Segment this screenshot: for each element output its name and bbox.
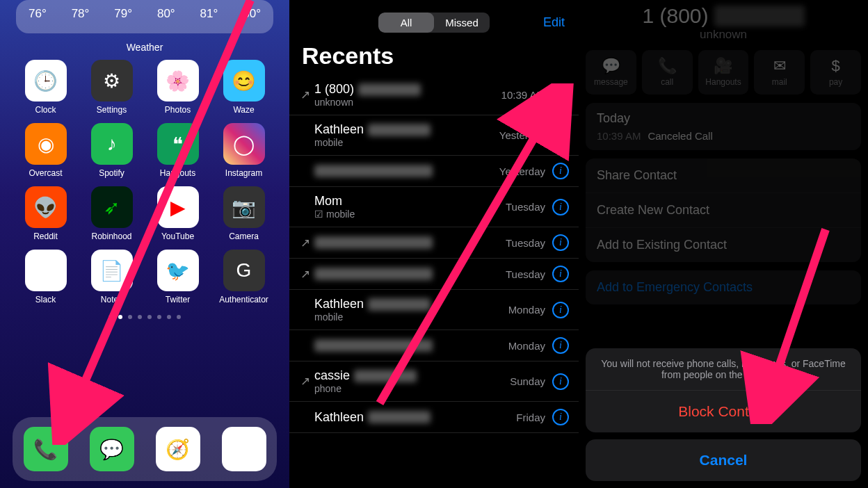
call-name	[314, 236, 506, 249]
action-pay[interactable]: $pay	[810, 50, 861, 95]
info-icon[interactable]: i	[552, 302, 569, 318]
cancel-button[interactable]: Cancel	[586, 439, 861, 481]
app-authenticator[interactable]: GAuthenticator	[211, 250, 277, 304]
tab-missed[interactable]: Missed	[434, 13, 490, 33]
redacted	[368, 411, 431, 423]
weather-temp: 80°	[243, 7, 261, 21]
app-youtube[interactable]: ▶YouTube	[145, 186, 211, 241]
app-clock[interactable]: 🕒Clock	[13, 60, 79, 115]
action-message[interactable]: 💬message	[586, 50, 636, 95]
redacted	[314, 165, 433, 177]
call-row[interactable]: KathleenmobileYesterdayi	[289, 115, 579, 156]
instagram-icon: ◯	[223, 123, 265, 165]
spotify-icon: ♪	[91, 123, 133, 165]
app-label: Instagram	[225, 168, 262, 178]
app-reddit[interactable]: 👽Reddit	[13, 186, 79, 241]
app-overcast[interactable]: ◉Overcast	[13, 123, 79, 178]
app-waze[interactable]: 😊Waze	[211, 60, 277, 115]
call-time: 10:39 AM	[501, 89, 545, 101]
redacted	[358, 83, 421, 96]
share-contact-row[interactable]: Share Contact	[586, 158, 861, 193]
app-hangouts[interactable]: ❝Hangouts	[145, 123, 211, 178]
info-icon[interactable]: i	[552, 163, 569, 179]
segmented-control[interactable]: All Missed	[378, 13, 490, 33]
app-instagram[interactable]: ◯Instagram	[211, 123, 277, 178]
info-icon[interactable]: i	[552, 409, 569, 425]
info-icon[interactable]: i	[552, 199, 569, 215]
redacted	[314, 236, 433, 249]
weather-widget[interactable]: 76°78°79°80°81°80°	[16, 0, 273, 33]
app-settings[interactable]: ⚙Settings	[79, 60, 145, 115]
app-camera[interactable]: 📷Camera	[211, 186, 277, 241]
app-label: Notes	[101, 295, 122, 304]
call-sub: mobile	[314, 311, 508, 323]
app-label: Slack	[35, 295, 56, 304]
redacted	[368, 124, 431, 136]
app-spotify[interactable]: ♪Spotify	[79, 123, 145, 178]
dock-app-gmail[interactable]: M	[222, 427, 266, 471]
tab-all[interactable]: All	[378, 13, 434, 33]
weather-temp: 81°	[200, 7, 218, 21]
app-twitter[interactable]: 🐦Twitter	[145, 250, 211, 304]
info-icon[interactable]: i	[552, 127, 569, 144]
message-icon: 💬	[586, 57, 636, 75]
redacted	[314, 268, 433, 280]
call-row[interactable]: Yesterdayi	[289, 156, 579, 187]
photos-icon: 🌸	[157, 60, 199, 101]
weather-temp: 76°	[29, 7, 47, 21]
block-contact-button[interactable]: Block Contact	[586, 391, 861, 432]
call-row[interactable]: Mom☑mobileTuesdayi	[289, 187, 579, 227]
call-name: Kathleen	[314, 122, 499, 137]
app-notes[interactable]: 📄Notes	[79, 250, 145, 304]
page-indicator[interactable]	[0, 315, 289, 319]
contact-detail-screen: 1 (800) unknown 💬message📞call🎥Hangouts✉m…	[579, 0, 868, 488]
call-time: Tuesday	[506, 268, 545, 280]
add-emergency-contacts-row[interactable]: Add to Emergency Contacts	[586, 270, 861, 304]
weather-temp: 80°	[157, 7, 175, 21]
app-label: Clock	[35, 105, 56, 115]
authenticator-icon: G	[223, 250, 265, 291]
contact-header: 1 (800) unknown	[579, 0, 868, 42]
notes-icon: 📄	[91, 250, 133, 291]
home-screen: 76°78°79°80°81°80° Weather 🕒Clock⚙Settin…	[0, 0, 289, 488]
outgoing-call-icon: ↗	[296, 88, 314, 102]
info-icon[interactable]: i	[552, 234, 569, 251]
info-icon[interactable]: i	[552, 87, 569, 104]
call-row[interactable]: ↗cassiephoneSundayi	[289, 361, 579, 402]
pay-icon: $	[810, 57, 861, 75]
call-name: Kathleen	[314, 297, 508, 311]
edit-button[interactable]: Edit	[543, 15, 565, 30]
call-time: Yesterday	[499, 129, 545, 141]
app-photos[interactable]: 🌸Photos	[145, 60, 211, 115]
call-row[interactable]: KathleenFridayi	[289, 402, 579, 433]
outgoing-call-icon: ↗	[296, 267, 314, 282]
action-call[interactable]: 📞call	[642, 50, 693, 95]
add-existing-contact-row[interactable]: Add to Existing Contact	[586, 228, 861, 262]
call-status: Canceled Call	[648, 130, 712, 142]
app-robinhood[interactable]: ➶Robinhood	[79, 186, 145, 241]
app-slack[interactable]: ⌗Slack	[13, 250, 79, 304]
call-row[interactable]: ↗Tuesdayi	[289, 227, 579, 259]
app-label: Hangouts	[160, 168, 195, 178]
redacted	[354, 370, 417, 382]
call-row[interactable]: Mondayi	[289, 330, 579, 361]
action-sheet-message: You will not receive phone calls, messag…	[586, 348, 861, 391]
action-Hangouts[interactable]: 🎥Hangouts	[698, 50, 749, 95]
info-icon[interactable]: i	[552, 373, 569, 390]
info-icon[interactable]: i	[552, 337, 569, 354]
create-new-contact-row[interactable]: Create New Contact	[586, 193, 861, 228]
info-icon[interactable]: i	[552, 266, 569, 282]
outgoing-call-icon: ↗	[296, 374, 314, 389]
mail-icon: ✉	[754, 57, 805, 75]
redacted	[368, 298, 431, 311]
dock-app-phone[interactable]: 📞	[24, 427, 68, 471]
action-mail[interactable]: ✉mail	[754, 50, 805, 95]
action-label: pay	[829, 77, 842, 87]
dock-app-messages[interactable]: 💬	[90, 427, 134, 471]
call-row[interactable]: ↗Tuesdayi	[289, 259, 579, 290]
call-icon: 📞	[642, 57, 693, 75]
call-history-card: Today 10:39 AMCanceled Call	[586, 103, 861, 150]
call-row[interactable]: ↗1 (800)unknown10:39 AMi	[289, 75, 579, 115]
call-row[interactable]: KathleenmobileMondayi	[289, 290, 579, 330]
dock-app-safari[interactable]: 🧭	[156, 427, 200, 471]
